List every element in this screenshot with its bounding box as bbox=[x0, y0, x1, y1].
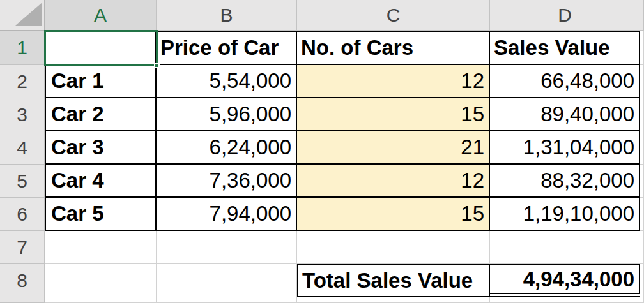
row-header-4[interactable]: 4 bbox=[0, 131, 45, 165]
cell-A1[interactable] bbox=[45, 31, 157, 65]
cell-A6[interactable]: Car 5 bbox=[45, 198, 157, 231]
cell-B2[interactable]: 5,54,000 bbox=[157, 65, 297, 98]
cell-B1[interactable]: Price of Car bbox=[157, 31, 297, 65]
cell-partial-E9[interactable] bbox=[640, 297, 644, 303]
cell-B4[interactable]: 6,24,000 bbox=[157, 131, 297, 165]
cell-B3[interactable]: 5,96,000 bbox=[157, 98, 297, 131]
cell-B7[interactable] bbox=[157, 231, 297, 264]
cell-D4[interactable]: 1,31,04,000 bbox=[490, 131, 640, 165]
cell-C4[interactable]: 21 bbox=[297, 131, 490, 165]
cell-C5[interactable]: 12 bbox=[297, 165, 490, 198]
row-header-7[interactable]: 7 bbox=[0, 231, 45, 264]
col-header-B[interactable]: B bbox=[157, 0, 297, 31]
select-all-triangle-icon bbox=[15, 3, 42, 26]
cell-C1[interactable]: No. of Cars bbox=[297, 31, 490, 65]
cell-B8[interactable] bbox=[157, 264, 297, 297]
cell-partial-E7[interactable] bbox=[640, 231, 644, 264]
cell-C6[interactable]: 15 bbox=[297, 198, 490, 231]
cell-partial-D9[interactable] bbox=[490, 297, 640, 303]
cell-partial-E6[interactable] bbox=[640, 198, 644, 231]
cell-A8[interactable] bbox=[45, 264, 157, 297]
cell-A2[interactable]: Car 1 bbox=[45, 65, 157, 98]
cell-partial-A9[interactable] bbox=[45, 297, 157, 303]
cell-C3[interactable]: 15 bbox=[297, 98, 490, 131]
cell-D5[interactable]: 88,32,000 bbox=[490, 165, 640, 198]
row-header-1[interactable]: 1 bbox=[0, 31, 45, 65]
cell-B6[interactable]: 7,94,000 bbox=[157, 198, 297, 231]
spreadsheet: A B C D 1 Price of Car No. of Cars Sales… bbox=[0, 0, 644, 303]
row-header-8[interactable]: 8 bbox=[0, 264, 45, 297]
cell-partial-E1[interactable] bbox=[640, 31, 644, 65]
select-all-corner[interactable] bbox=[0, 0, 45, 31]
row-header-5[interactable]: 5 bbox=[0, 165, 45, 198]
cell-D7[interactable] bbox=[490, 231, 640, 264]
cell-partial-B9[interactable] bbox=[157, 297, 297, 303]
cell-partial-E2[interactable] bbox=[640, 65, 644, 98]
col-header-C[interactable]: C bbox=[297, 0, 490, 31]
row-header-3[interactable]: 3 bbox=[0, 98, 45, 131]
cell-partial-E8[interactable] bbox=[640, 264, 644, 297]
row-header-partial-9[interactable] bbox=[0, 297, 45, 303]
cell-A3[interactable]: Car 2 bbox=[45, 98, 157, 131]
cell-A5[interactable]: Car 4 bbox=[45, 165, 157, 198]
cell-C2[interactable]: 12 bbox=[297, 65, 490, 98]
row-header-2[interactable]: 2 bbox=[0, 65, 45, 98]
cell-partial-E5[interactable] bbox=[640, 165, 644, 198]
col-header-D[interactable]: D bbox=[490, 0, 640, 31]
cell-D8[interactable]: 4,94,34,000 bbox=[490, 264, 640, 297]
row-header-6[interactable]: 6 bbox=[0, 198, 45, 231]
cell-D1[interactable]: Sales Value bbox=[490, 31, 640, 65]
cell-A4[interactable]: Car 3 bbox=[45, 131, 157, 165]
cell-partial-C9[interactable] bbox=[297, 297, 490, 303]
cell-partial-E3[interactable] bbox=[640, 98, 644, 131]
cell-C8[interactable]: Total Sales Value bbox=[297, 264, 490, 297]
cell-C7[interactable] bbox=[297, 231, 490, 264]
cell-D2[interactable]: 66,48,000 bbox=[490, 65, 640, 98]
cell-B5[interactable]: 7,36,000 bbox=[157, 165, 297, 198]
cell-A7[interactable] bbox=[45, 231, 157, 264]
col-header-A[interactable]: A bbox=[45, 0, 157, 31]
cell-partial-E4[interactable] bbox=[640, 131, 644, 165]
cell-D6[interactable]: 1,19,10,000 bbox=[490, 198, 640, 231]
cell-D3[interactable]: 89,40,000 bbox=[490, 98, 640, 131]
col-header-partial-E[interactable] bbox=[640, 0, 644, 31]
